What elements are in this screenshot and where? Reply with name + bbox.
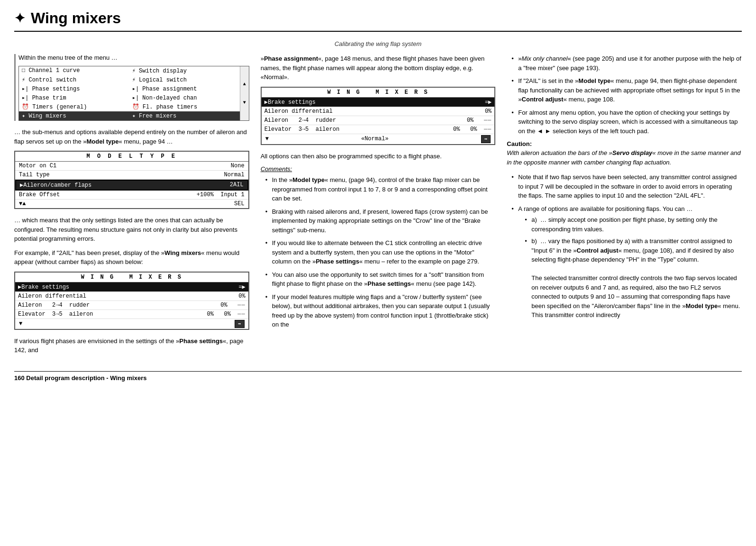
menu-row-control-switch: ⚡ Control switch ⚡ Logical switch: [19, 75, 249, 84]
page-subtitle: Calibrating the wing flap system: [14, 40, 742, 47]
wmix-bottom-title: W I N G M I X E R S: [15, 273, 248, 282]
menu-tree-table: □ Channel 1 curve ⚡ Switch display ▲ ▼ ⚡…: [18, 66, 249, 121]
col3-bullet-2: If "2AIL" is set in the »Model type« men…: [511, 76, 742, 104]
col3-sub-list: a) … simply accept one position per flig…: [518, 215, 742, 320]
wmix-brake-row[interactable]: ▶Brake settings =▶: [15, 282, 248, 292]
col1-para3: For example, if "2AIL" has been preset, …: [14, 248, 249, 267]
wmix-elevator-aileron-row: Elevator 3→5 aileron 0% 0% ——: [15, 310, 248, 319]
wmix-top-nav: ▼ «Normal» ➡: [262, 134, 495, 144]
menu-row-wing-mixers[interactable]: ✦ Wing mixers ✦ Free mixers: [19, 111, 249, 120]
caution-label: Caution:: [507, 140, 742, 147]
col3-bullet-list-1: »Mix only channel« (see page 205) and us…: [507, 54, 742, 136]
scroll-up-arrow[interactable]: ▲: [243, 82, 246, 87]
col1-para1: … the sub-menus and options available de…: [14, 127, 249, 146]
col3-bullet-5: A range of options are available for pos…: [511, 204, 742, 320]
wing-mixers-display-top: W I N G M I X E R S ▶Brake settings =▶ A…: [261, 87, 496, 145]
page-header: ✦ Wing mixers: [14, 9, 742, 32]
column-1: Within the menu tree of the menu … □ Cha…: [14, 54, 249, 360]
wing-mixers-icon: ✦: [14, 10, 25, 26]
model-row-motor: Motor on C1 None: [15, 162, 248, 171]
wing-mixers-display-bottom: W I N G M I X E R S ▶Brake settings =▶ A…: [14, 272, 249, 330]
col3-sub-a: a) … simply accept one position per flig…: [525, 215, 742, 234]
wmix-top-nav-right-btn[interactable]: ➡: [481, 135, 491, 143]
model-nav-row: ▼▲ SEL: [15, 200, 248, 208]
caution-block: Caution: With aileron actuation the bars…: [507, 140, 742, 167]
caution-text: With aileron actuation the bars of the »…: [507, 148, 742, 167]
col1-intro: Within the menu tree of the menu …: [18, 54, 249, 61]
wmix-aileron-diff-row: Aileron differential 0%: [15, 292, 248, 301]
col3-bullet-list-2: Note that if two flap servos have been s…: [507, 173, 742, 320]
model-row-aileron[interactable]: ▶Aileron/camber flaps 2AIL: [15, 180, 248, 191]
col3-sub-b: b) … vary the flaps positioned by a) wit…: [525, 237, 742, 320]
wmix-aileron-rudder-row: Aileron 2→4 rudder 0% ——: [15, 301, 248, 310]
bullet-1: In the »Model type« menu, (page 94), con…: [265, 175, 496, 203]
col1-para2: … which means that the only settings lis…: [14, 216, 249, 244]
column-2: »Phase assignment«, page 148 menus, and …: [261, 54, 496, 360]
menu-row-phase-settings: ▸| Phase settings ▸| Phase assignment: [19, 84, 249, 93]
wmix-top-title: W I N G M I X E R S: [262, 88, 495, 98]
main-content: Within the menu tree of the menu … □ Cha…: [14, 54, 742, 360]
wmix-top-elevator-row: Elevator 3→5 aileron 0% 0% ——: [262, 125, 495, 134]
wmix-bottom-nav: ▼ ➡: [15, 319, 248, 329]
column-3: »Mix only channel« (see page 205) and us…: [507, 54, 742, 360]
model-type-display: M O D E L T Y P E Motor on C1 None Tail …: [14, 151, 249, 209]
comments-label: Comments:: [261, 165, 496, 173]
col2-bullet-list: In the »Model type« menu, (page 94), con…: [261, 175, 496, 329]
col3-bullet-4: Note that if two flap servos have been s…: [511, 173, 742, 200]
col3-bullet-1: »Mix only channel« (see page 205) and us…: [511, 54, 742, 73]
model-row-brake: Brake Offset +100% Input 1: [15, 191, 248, 200]
bullet-2: Braking with raised ailerons and, if pre…: [265, 207, 496, 235]
scroll-down-arrow[interactable]: ▼: [243, 100, 246, 105]
page-footer: 160 Detail program description - Wing mi…: [14, 371, 742, 382]
col2-intro: »Phase assignment«, page 148 menus, and …: [261, 54, 496, 82]
wmix-top-brake-row[interactable]: ▶Brake settings =▶: [262, 98, 495, 107]
menu-row-phase-trim: ▸| Phase trim ▸| Non-delayed chan: [19, 93, 249, 102]
bullet-4: You can also use the opportunity to set …: [265, 270, 496, 289]
menu-row-timers: ⏰ Timers (general) ⏰ Fl. phase timers: [19, 102, 249, 111]
col3-bullet-3: For almost any menu option, you have the…: [511, 108, 742, 136]
model-type-title: M O D E L T Y P E: [15, 152, 248, 162]
wmix-top-aileron-diff-row: Aileron differential 0%: [262, 107, 495, 116]
model-row-tail: Tail type Normal: [15, 171, 248, 180]
wmix-top-aileron-rudder-row: Aileron 2→4 rudder 0% ——: [262, 116, 495, 125]
col2-para1: All options can then also be programmed …: [261, 152, 496, 161]
scroll-bar[interactable]: ▲ ▼: [240, 66, 249, 120]
menu-row-channel-curve: □ Channel 1 curve ⚡ Switch display ▲ ▼: [19, 66, 249, 75]
bullet-3: If you would like to alternate between t…: [265, 238, 496, 266]
wmix-nav-right-btn[interactable]: ➡: [235, 320, 245, 328]
page-title: Wing mixers: [31, 9, 121, 27]
bullet-5: If your model features multiple wing fla…: [265, 292, 496, 329]
col1-para4: If various flight phases are envisioned …: [14, 337, 249, 355]
